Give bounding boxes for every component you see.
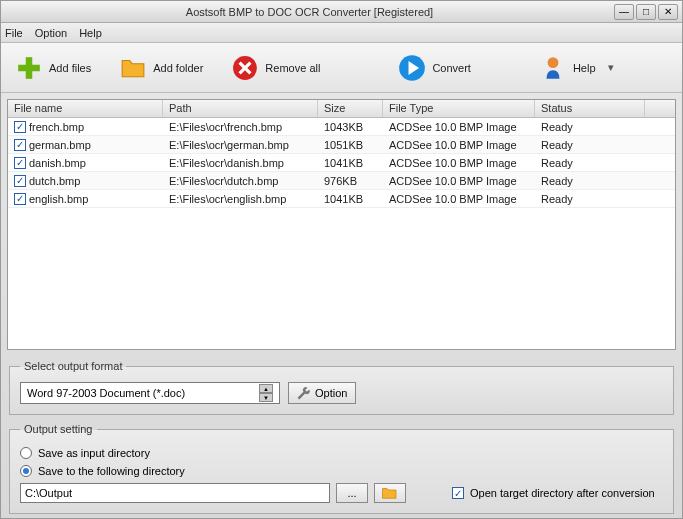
browse-button[interactable]: ... xyxy=(336,483,368,503)
row-checkbox[interactable] xyxy=(14,121,26,133)
row-path: E:\Files\ocr\german.bmp xyxy=(163,138,318,152)
format-selected: Word 97-2003 Document (*.doc) xyxy=(27,387,185,399)
row-type: ACDSee 10.0 BMP Image xyxy=(383,192,535,206)
minimize-button[interactable]: — xyxy=(614,4,634,20)
format-select[interactable]: Word 97-2003 Document (*.doc) ▲▼ xyxy=(20,382,280,404)
help-icon xyxy=(539,54,567,82)
row-status: Ready xyxy=(535,138,645,152)
help-label: Help xyxy=(573,62,596,74)
row-size: 1041KB xyxy=(318,156,383,170)
menubar: File Option Help xyxy=(1,23,682,43)
folder-open-icon xyxy=(381,486,399,500)
output-path-value: C:\Output xyxy=(25,487,72,499)
remove-all-button[interactable]: Remove all xyxy=(227,50,324,86)
menu-file[interactable]: File xyxy=(5,27,23,39)
spinner-icon[interactable]: ▲▼ xyxy=(259,384,273,402)
window-title: Aostsoft BMP to DOC OCR Converter [Regis… xyxy=(5,6,614,18)
plus-icon xyxy=(15,54,43,82)
row-size: 1041KB xyxy=(318,192,383,206)
table-row[interactable]: german.bmpE:\Files\ocr\german.bmp1051KBA… xyxy=(8,136,675,154)
convert-label: Convert xyxy=(432,62,471,74)
output-fieldset: Output setting Save as input directory S… xyxy=(9,423,674,514)
checkbox-icon xyxy=(452,487,464,499)
save-as-input-label: Save as input directory xyxy=(38,447,150,459)
output-path-input[interactable]: C:\Output xyxy=(20,483,330,503)
row-type: ACDSee 10.0 BMP Image xyxy=(383,156,535,170)
row-path: E:\Files\ocr\dutch.bmp xyxy=(163,174,318,188)
help-button[interactable]: Help ▾ xyxy=(535,50,618,86)
add-files-button[interactable]: Add files xyxy=(11,50,95,86)
menu-help[interactable]: Help xyxy=(79,27,102,39)
row-status: Ready xyxy=(535,192,645,206)
svg-rect-1 xyxy=(18,64,40,71)
window-controls: — □ ✕ xyxy=(614,4,678,20)
row-path: E:\Files\ocr\danish.bmp xyxy=(163,156,318,170)
row-type: ACDSee 10.0 BMP Image xyxy=(383,174,535,188)
header-size[interactable]: Size xyxy=(318,100,383,117)
radio-save-as-input[interactable]: Save as input directory xyxy=(20,447,663,459)
radio-icon xyxy=(20,465,32,477)
menu-option[interactable]: Option xyxy=(35,27,67,39)
row-size: 1051KB xyxy=(318,138,383,152)
header-path[interactable]: Path xyxy=(163,100,318,117)
row-type: ACDSee 10.0 BMP Image xyxy=(383,138,535,152)
option-label: Option xyxy=(315,387,347,399)
maximize-button[interactable]: □ xyxy=(636,4,656,20)
format-legend: Select output format xyxy=(20,360,126,372)
row-size: 976KB xyxy=(318,174,383,188)
row-name: danish.bmp xyxy=(29,157,86,169)
table-row[interactable]: english.bmpE:\Files\ocr\english.bmp1041K… xyxy=(8,190,675,208)
row-name: french.bmp xyxy=(29,121,84,133)
format-fieldset: Select output format Word 97-2003 Docume… xyxy=(9,360,674,415)
option-button[interactable]: Option xyxy=(288,382,356,404)
table-row[interactable]: french.bmpE:\Files\ocr\french.bmp1043KBA… xyxy=(8,118,675,136)
chevron-down-icon: ▾ xyxy=(608,61,614,74)
remove-icon xyxy=(231,54,259,82)
play-icon xyxy=(398,54,426,82)
row-name: dutch.bmp xyxy=(29,175,80,187)
wrench-icon xyxy=(297,386,311,400)
row-path: E:\Files\ocr\french.bmp xyxy=(163,120,318,134)
folder-icon xyxy=(119,54,147,82)
table-row[interactable]: dutch.bmpE:\Files\ocr\dutch.bmp976KBACDS… xyxy=(8,172,675,190)
header-status[interactable]: Status xyxy=(535,100,645,117)
row-checkbox[interactable] xyxy=(14,139,26,151)
titlebar: Aostsoft BMP to DOC OCR Converter [Regis… xyxy=(1,1,682,23)
file-list-header: File name Path Size File Type Status xyxy=(8,100,675,118)
app-window: Aostsoft BMP to DOC OCR Converter [Regis… xyxy=(0,0,683,519)
file-list: File name Path Size File Type Status fre… xyxy=(7,99,676,350)
row-type: ACDSee 10.0 BMP Image xyxy=(383,120,535,134)
row-status: Ready xyxy=(535,120,645,134)
row-path: E:\Files\ocr\english.bmp xyxy=(163,192,318,206)
file-rows: french.bmpE:\Files\ocr\french.bmp1043KBA… xyxy=(8,118,675,208)
convert-button[interactable]: Convert xyxy=(394,50,475,86)
row-size: 1043KB xyxy=(318,120,383,134)
row-name: english.bmp xyxy=(29,193,88,205)
row-status: Ready xyxy=(535,174,645,188)
row-checkbox[interactable] xyxy=(14,157,26,169)
save-following-label: Save to the following directory xyxy=(38,465,185,477)
row-checkbox[interactable] xyxy=(14,193,26,205)
toolbar: Add files Add folder Remove all Convert xyxy=(1,43,682,93)
add-files-label: Add files xyxy=(49,62,91,74)
open-target-label: Open target directory after conversion xyxy=(470,487,655,499)
radio-icon xyxy=(20,447,32,459)
svg-point-4 xyxy=(548,57,559,68)
remove-all-label: Remove all xyxy=(265,62,320,74)
header-type[interactable]: File Type xyxy=(383,100,535,117)
header-filename[interactable]: File name xyxy=(8,100,163,117)
output-legend: Output setting xyxy=(20,423,97,435)
row-name: german.bmp xyxy=(29,139,91,151)
radio-save-following[interactable]: Save to the following directory xyxy=(20,465,663,477)
add-folder-label: Add folder xyxy=(153,62,203,74)
row-checkbox[interactable] xyxy=(14,175,26,187)
table-row[interactable]: danish.bmpE:\Files\ocr\danish.bmp1041KBA… xyxy=(8,154,675,172)
close-button[interactable]: ✕ xyxy=(658,4,678,20)
add-folder-button[interactable]: Add folder xyxy=(115,50,207,86)
open-folder-button[interactable] xyxy=(374,483,406,503)
open-target-checkbox[interactable]: Open target directory after conversion xyxy=(452,487,655,499)
row-status: Ready xyxy=(535,156,645,170)
